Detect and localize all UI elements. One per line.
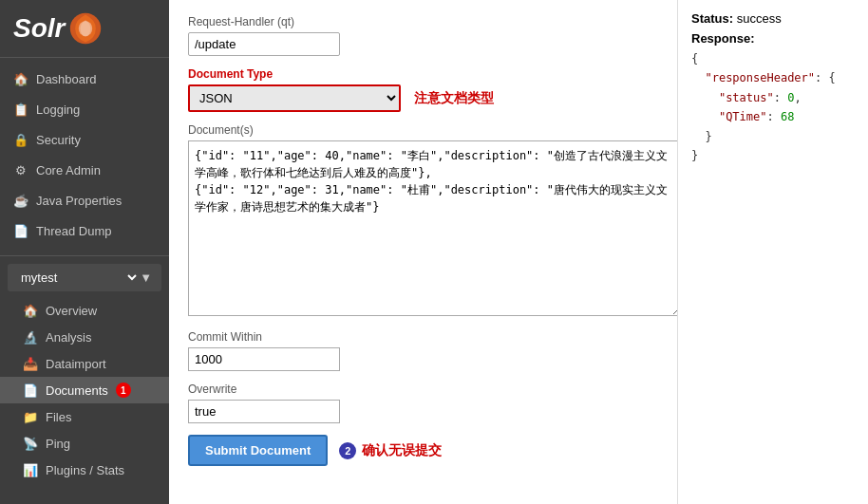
document-type-wrapper: JSON XML CSV bbox=[188, 84, 401, 112]
core-nav-documents[interactable]: 📄 Documents 1 bbox=[0, 377, 169, 403]
sidebar-item-label: Security bbox=[36, 133, 81, 147]
commit-within-group: Commit Within bbox=[188, 330, 658, 371]
sidebar: Solr 🏠 Dashboard 📋 Logging 🔒 Security ⚙ … bbox=[0, 0, 169, 504]
dropdown-icon: ▼ bbox=[140, 271, 152, 285]
sidebar-item-java-properties[interactable]: ☕ Java Properties bbox=[0, 185, 169, 215]
core-nav-label: Overview bbox=[46, 304, 97, 318]
sidebar-item-label: Dashboard bbox=[36, 72, 97, 86]
main-content: Request-Handler (qt) Document Type JSON … bbox=[169, 0, 868, 504]
thread-dump-icon: 📄 bbox=[13, 223, 28, 238]
documents-label: Document(s) bbox=[188, 123, 658, 137]
security-icon: 🔒 bbox=[13, 132, 28, 147]
sidebar-item-thread-dump[interactable]: 📄 Thread Dump bbox=[0, 215, 169, 246]
core-nav-label: Ping bbox=[46, 437, 70, 451]
core-nav-label: Dataimport bbox=[46, 357, 106, 371]
plugins-icon: 📊 bbox=[23, 462, 38, 477]
dashboard-icon: 🏠 bbox=[13, 71, 28, 86]
submit-badge: 2 bbox=[339, 442, 356, 459]
documents-icon: 📄 bbox=[23, 383, 38, 398]
document-type-label: Document Type bbox=[188, 67, 658, 81]
submit-annotation: 2 确认无误提交 bbox=[339, 442, 442, 459]
document-type-row: JSON XML CSV 注意文档类型 bbox=[188, 84, 658, 112]
sidebar-item-logging[interactable]: 📋 Logging bbox=[0, 94, 169, 124]
overwrite-group: Overwrite bbox=[188, 383, 658, 423]
status-value: success bbox=[737, 11, 782, 26]
sidebar-item-label: Thread Dump bbox=[36, 224, 111, 238]
core-nav-overview[interactable]: 🏠 Overview bbox=[0, 297, 169, 324]
analysis-icon: 🔬 bbox=[23, 329, 38, 345]
submit-annotation-text: 确认无误提交 bbox=[362, 442, 442, 459]
response-panel: Status: success Response: { "responseHea… bbox=[678, 0, 868, 504]
core-select[interactable]: mytest bbox=[17, 270, 140, 286]
core-admin-icon: ⚙ bbox=[13, 162, 28, 177]
logging-icon: 📋 bbox=[13, 102, 28, 117]
logo-area: Solr bbox=[0, 0, 169, 58]
response-label: Response: bbox=[691, 31, 855, 46]
dataimport-icon: 📥 bbox=[23, 356, 38, 371]
sidebar-item-core-admin[interactable]: ⚙ Core Admin bbox=[0, 155, 169, 185]
core-nav-label: Documents bbox=[46, 383, 108, 398]
core-nav-plugins-stats[interactable]: 📊 Plugins / Stats bbox=[0, 457, 169, 483]
sidebar-item-label: Java Properties bbox=[36, 194, 122, 208]
document-type-group: Document Type JSON XML CSV 注意文档类型 bbox=[188, 67, 658, 112]
files-icon: 📁 bbox=[23, 409, 38, 424]
sidebar-item-security[interactable]: 🔒 Security bbox=[0, 124, 169, 155]
core-selector[interactable]: mytest ▼ bbox=[8, 264, 161, 291]
documents-group: Document(s) bbox=[188, 123, 658, 319]
overview-icon: 🏠 bbox=[23, 303, 38, 318]
doc-type-annotation: 注意文档类型 bbox=[414, 90, 494, 107]
ping-icon: 📡 bbox=[23, 436, 38, 451]
overwrite-input[interactable] bbox=[188, 400, 340, 423]
main-nav: 🏠 Dashboard 📋 Logging 🔒 Security ⚙ Core … bbox=[0, 58, 169, 252]
documents-badge: 1 bbox=[116, 383, 131, 398]
response-body: { "responseHeader": { "status": 0, "QTim… bbox=[691, 49, 855, 165]
sidebar-item-label: Logging bbox=[36, 103, 80, 117]
java-icon: ☕ bbox=[13, 193, 28, 208]
core-nav-dataimport[interactable]: 📥 Dataimport bbox=[0, 350, 169, 377]
submit-row: Submit Document 2 确认无误提交 bbox=[188, 435, 658, 466]
sidebar-item-label: Core Admin bbox=[36, 163, 101, 177]
core-nav-label: Files bbox=[46, 410, 71, 424]
core-nav-ping[interactable]: 📡 Ping bbox=[0, 430, 169, 457]
commit-within-label: Commit Within bbox=[188, 330, 658, 344]
core-nav-label: Analysis bbox=[46, 330, 91, 345]
document-type-select[interactable]: JSON XML CSV bbox=[190, 86, 399, 110]
request-handler-group: Request-Handler (qt) bbox=[188, 15, 658, 56]
logo-icon bbox=[68, 11, 103, 46]
request-handler-input[interactable] bbox=[188, 32, 340, 56]
status-label: Status: bbox=[691, 11, 733, 26]
request-handler-label: Request-Handler (qt) bbox=[188, 15, 658, 28]
response-status: Status: success bbox=[691, 11, 855, 26]
core-nav: 🏠 Overview 🔬 Analysis 📥 Dataimport 📄 Doc… bbox=[0, 295, 169, 485]
overwrite-label: Overwrite bbox=[188, 383, 658, 396]
core-nav-files[interactable]: 📁 Files bbox=[0, 403, 169, 430]
core-nav-label: Plugins / Stats bbox=[46, 463, 124, 477]
sidebar-item-dashboard[interactable]: 🏠 Dashboard bbox=[0, 64, 169, 94]
logo-text: Solr bbox=[13, 13, 65, 44]
form-panel: Request-Handler (qt) Document Type JSON … bbox=[169, 0, 678, 504]
sidebar-divider bbox=[0, 255, 169, 256]
documents-textarea[interactable] bbox=[188, 140, 678, 316]
commit-within-input[interactable] bbox=[188, 347, 340, 371]
core-nav-analysis[interactable]: 🔬 Analysis bbox=[0, 324, 169, 350]
submit-button[interactable]: Submit Document bbox=[188, 435, 328, 466]
